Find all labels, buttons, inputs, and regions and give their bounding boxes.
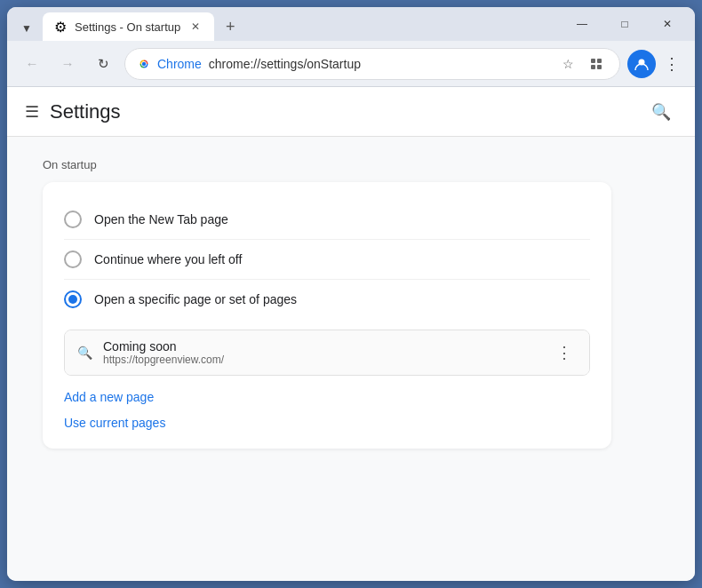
- radio-label-new-tab: Open the New Tab page: [94, 212, 228, 226]
- page-entry: 🔍 Coming soon https://topgreenview.com/ …: [65, 330, 589, 375]
- radio-label-specific: Open a specific page or set of pages: [94, 292, 297, 306]
- radio-option-continue[interactable]: Continue where you left off: [64, 240, 590, 279]
- section-label: On startup: [43, 158, 659, 171]
- more-menu-button[interactable]: ⋮: [659, 52, 684, 76]
- maximize-button[interactable]: □: [604, 10, 645, 38]
- hamburger-icon[interactable]: ☰: [25, 102, 39, 122]
- svg-rect-4: [591, 59, 595, 63]
- chrome-branding: Chrome: [136, 56, 202, 72]
- radio-circle-new-tab: [64, 211, 82, 228]
- new-tab-button[interactable]: +: [218, 14, 243, 39]
- chrome-logo-icon: [136, 56, 152, 72]
- page-entry-info: Coming soon https://topgreenview.com/: [103, 339, 541, 366]
- profile-button[interactable]: [627, 50, 656, 78]
- back-button[interactable]: ←: [18, 50, 46, 78]
- search-settings-button[interactable]: 🔍: [645, 96, 677, 128]
- svg-rect-7: [597, 65, 602, 69]
- svg-rect-5: [597, 59, 602, 63]
- settings-title-area: ☰ Settings: [25, 100, 121, 123]
- page-entry-name: Coming soon: [103, 339, 541, 354]
- extensions-icon[interactable]: [584, 52, 609, 76]
- tab-title: Settings - On startup: [75, 20, 180, 34]
- radio-circle-continue: [64, 250, 82, 268]
- address-bar: ← → ↻ Chrome chrome://settings/onStartup: [7, 41, 695, 87]
- add-new-page-link[interactable]: Add a new page: [64, 390, 154, 404]
- url-bar[interactable]: Chrome chrome://settings/onStartup ☆: [124, 48, 620, 80]
- close-button[interactable]: ✕: [647, 10, 688, 38]
- browser-actions: ⋮: [627, 50, 684, 78]
- tab-favicon: ⚙: [53, 20, 68, 34]
- page-entry-url: https://topgreenview.com/: [103, 354, 541, 366]
- page-entry-search-icon: 🔍: [77, 346, 92, 360]
- url-text: chrome://settings/onStartup: [209, 57, 548, 71]
- reload-button[interactable]: ↻: [89, 50, 117, 78]
- forward-button[interactable]: →: [53, 50, 82, 78]
- svg-rect-6: [591, 65, 595, 69]
- browser-window: ▼ ⚙ Settings - On startup ✕ + — □ ✕ ← → …: [7, 7, 695, 581]
- tab-dropdown-button[interactable]: ▼: [14, 16, 39, 41]
- active-tab[interactable]: ⚙ Settings - On startup ✕: [43, 12, 214, 41]
- radio-circle-specific: [64, 290, 82, 308]
- minimize-button[interactable]: —: [562, 10, 602, 38]
- url-actions: ☆: [555, 52, 609, 76]
- chrome-label: Chrome: [157, 57, 202, 71]
- title-bar: ▼ ⚙ Settings - On startup ✕ + — □ ✕: [7, 7, 695, 41]
- radio-option-new-tab[interactable]: Open the New Tab page: [64, 200, 590, 239]
- page-entry-area: 🔍 Coming soon https://topgreenview.com/ …: [64, 330, 590, 376]
- tab-close-button[interactable]: ✕: [187, 19, 203, 35]
- settings-body: PC On startup Open the New Tab page Cont…: [7, 137, 695, 470]
- svg-point-3: [142, 61, 146, 65]
- startup-card: Open the New Tab page Continue where you…: [43, 182, 611, 449]
- radio-option-specific[interactable]: Open a specific page or set of pages: [64, 280, 590, 319]
- page-content: ☰ Settings 🔍 PC On startup Open the New …: [7, 87, 695, 581]
- use-current-pages-link[interactable]: Use current pages: [64, 416, 165, 430]
- settings-header: ☰ Settings 🔍: [7, 87, 695, 137]
- tab-area: ▼ ⚙ Settings - On startup ✕ +: [14, 7, 551, 41]
- page-entry-menu-button[interactable]: ⋮: [552, 340, 577, 365]
- radio-inner-specific: [68, 295, 77, 304]
- radio-label-continue: Continue where you left off: [94, 252, 242, 266]
- bookmark-icon[interactable]: ☆: [555, 52, 580, 76]
- settings-title: Settings: [50, 100, 121, 123]
- window-controls: — □ ✕: [562, 10, 688, 38]
